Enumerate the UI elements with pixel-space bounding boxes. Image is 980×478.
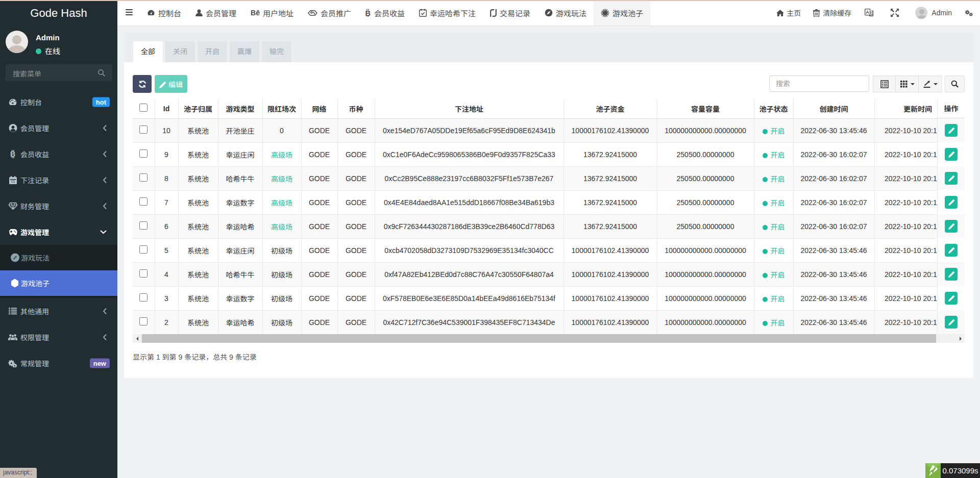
svg-text:A: A — [866, 10, 870, 15]
svg-text:B: B — [365, 9, 371, 17]
svg-text:文: 文 — [870, 11, 874, 16]
svg-text:B: B — [10, 150, 15, 158]
